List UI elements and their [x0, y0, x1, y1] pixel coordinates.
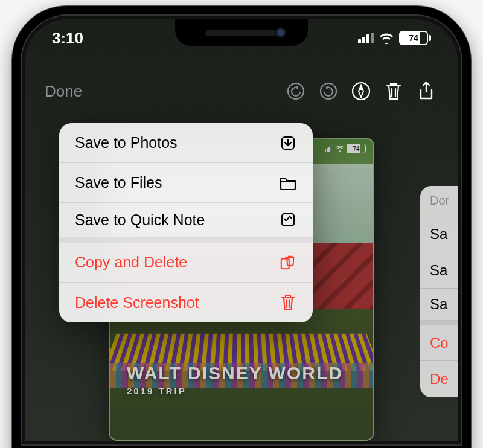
nested-menu-peek: Dor Sa Sa Sa Co De: [420, 186, 458, 397]
speaker-slot: [205, 30, 278, 36]
menu-label: Copy and Delete: [75, 254, 187, 271]
thumbnail-status-bar: 74: [325, 144, 366, 153]
redo-button[interactable]: [316, 79, 341, 103]
notch: [175, 19, 308, 46]
menu-label: Save to Quick Note: [75, 211, 205, 229]
cellular-signal-icon: [358, 33, 374, 43]
front-camera: [275, 27, 286, 38]
battery-indicator: 74: [399, 31, 431, 45]
wifi-icon: [336, 146, 344, 152]
done-button[interactable]: Done: [45, 82, 82, 101]
menu-save-to-quick-note[interactable]: Save to Quick Note: [59, 203, 313, 243]
svg-rect-6: [330, 146, 331, 152]
svg-point-1: [321, 83, 336, 99]
peek-item: Sa: [420, 216, 458, 252]
folder-icon: [279, 174, 297, 192]
device-frame: 3:10 74 Done: [12, 6, 471, 448]
wifi-icon: [379, 32, 394, 44]
save-to-photos-icon: [279, 134, 297, 152]
signal-icon: [325, 146, 333, 152]
battery-percent: 74: [409, 33, 418, 43]
thumbnail-battery: 74: [347, 144, 366, 153]
markup-toolbar: Done: [25, 75, 458, 107]
share-button[interactable]: [414, 79, 438, 103]
thumbnail-title: WALT DISNEY WORLD: [127, 363, 343, 383]
device-bezel: 3:10 74 Done: [21, 14, 462, 446]
svg-rect-9: [281, 258, 289, 269]
menu-save-to-files[interactable]: Save to Files: [59, 163, 313, 203]
menu-label: Save to Files: [75, 174, 162, 191]
peek-item: Co: [420, 325, 458, 361]
undo-button[interactable]: [284, 79, 308, 103]
status-icons: 74: [358, 31, 431, 45]
svg-rect-3: [325, 149, 326, 152]
menu-label: Save to Photos: [75, 134, 178, 152]
svg-rect-5: [328, 147, 330, 152]
thumbnail-caption: WALT DISNEY WORLD 2019 TRIP: [127, 363, 343, 396]
svg-rect-4: [327, 148, 328, 152]
peek-item: Sa: [420, 252, 458, 289]
peek-item: De: [420, 361, 458, 397]
screen: 3:10 74 Done: [25, 19, 458, 441]
thumbnail-subtitle: 2019 TRIP: [127, 386, 343, 396]
menu-delete-screenshot[interactable]: Delete Screenshot: [59, 283, 313, 322]
menu-label: Delete Screenshot: [75, 294, 199, 312]
peek-done: Dor: [420, 186, 458, 216]
svg-point-0: [288, 83, 304, 99]
peek-item: Sa: [420, 289, 458, 325]
trash-button[interactable]: [382, 79, 406, 103]
menu-save-to-photos[interactable]: Save to Photos: [59, 123, 313, 163]
copy-delete-icon: [279, 254, 297, 272]
quick-note-icon: [279, 211, 297, 229]
share-context-menu: Save to Photos Save to Files Save to Qui…: [59, 123, 313, 322]
menu-copy-and-delete[interactable]: Copy and Delete: [59, 243, 313, 283]
markup-pen-button[interactable]: [349, 79, 373, 103]
status-time: 3:10: [52, 29, 83, 48]
trash-icon: [279, 293, 297, 312]
